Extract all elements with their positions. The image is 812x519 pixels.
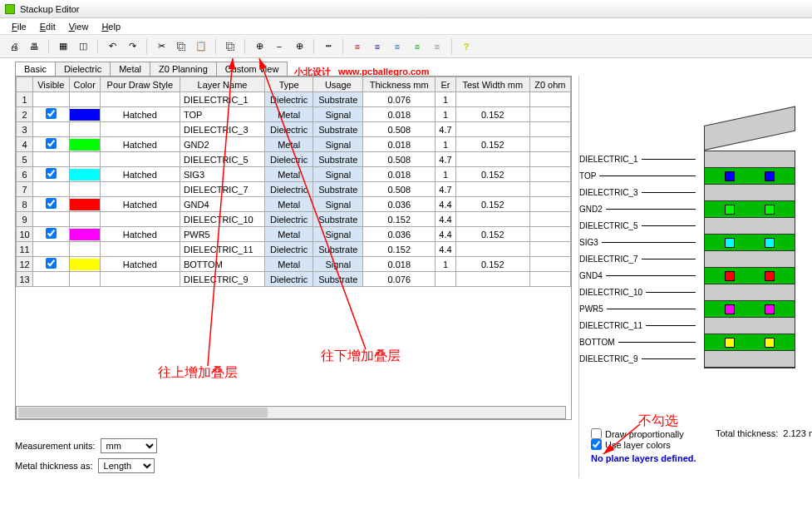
stack-label: TOP xyxy=(579,167,696,184)
visible-check[interactable] xyxy=(46,138,57,149)
grid-icon[interactable]: ▦ xyxy=(54,37,72,56)
draw-prop-check[interactable]: Draw proportionally xyxy=(591,428,696,439)
stack-label: GND4 xyxy=(579,267,696,284)
units-label: Measurement units: xyxy=(15,441,96,451)
tab-basic[interactable]: Basic xyxy=(15,62,56,76)
print2-icon[interactable]: 🖶 xyxy=(25,37,43,56)
paste-icon[interactable]: 📋 xyxy=(192,37,210,56)
stack-label: DIELECTRIC_10 xyxy=(579,284,696,300)
stack-label: SIG3 xyxy=(579,234,696,250)
stack-label: DIELECTRIC_5 xyxy=(579,217,696,234)
table-row[interactable]: 5DIELECTRIC_5DielectricSubstrate0.5084.7 xyxy=(17,152,571,167)
use-colors-check[interactable]: Use layer colors xyxy=(591,439,696,450)
layer-green-icon[interactable]: ≡ xyxy=(408,37,426,56)
col-thk[interactable]: Thickness mm xyxy=(363,77,436,92)
tab-z0[interactable]: Z0 Planning xyxy=(150,62,217,76)
dash-icon[interactable]: ┅ xyxy=(319,37,337,56)
col-er[interactable]: Er xyxy=(436,77,456,92)
col-layer[interactable]: Layer Name xyxy=(180,77,264,92)
visible-check[interactable] xyxy=(46,198,57,209)
col-usage[interactable]: Usage xyxy=(313,77,363,92)
units-select[interactable]: mm xyxy=(101,438,157,453)
layer-blue-icon[interactable]: ≡ xyxy=(368,37,386,56)
table-row[interactable]: 9DIELECTRIC_10DielectricSubstrate0.1524.… xyxy=(17,212,571,227)
thk-select[interactable]: Length xyxy=(98,458,155,473)
thk-label: Metal thickness as: xyxy=(15,461,93,471)
toolbar: 🖨 🖶 ▦ ◫ ↶ ↷ ✂ ⿻ 📋 ⿻ ⊕ − ⊕ ┅ ≡ ≡ ≡ ≡ ≡ ? xyxy=(0,35,812,58)
titlebar: Stackup Editor xyxy=(0,0,812,18)
stack-visual xyxy=(704,126,795,368)
hscrollbar[interactable] xyxy=(16,406,566,419)
stack-label: DIELECTRIC_3 xyxy=(579,184,696,200)
layer-gray-icon[interactable]: ≡ xyxy=(428,37,446,56)
add-below-icon[interactable]: ⊕ xyxy=(290,37,308,56)
col-visible[interactable]: Visible xyxy=(33,77,70,92)
stack-label: PWR5 xyxy=(579,300,696,317)
visible-check[interactable] xyxy=(46,228,57,239)
table-row[interactable]: 2HatchedTOPMetalSignal0.01810.152 xyxy=(17,107,571,122)
col-tw[interactable]: Test Width mm xyxy=(455,77,529,92)
visible-check[interactable] xyxy=(46,258,57,269)
table-row[interactable]: 4HatchedGND2MetalSignal0.01810.152 xyxy=(17,137,571,152)
table-row[interactable]: 12HatchedBOTTOMMetalSignal0.01810.152 xyxy=(17,257,571,272)
menubar: File Edit View Help xyxy=(0,18,812,35)
help-icon[interactable]: ? xyxy=(457,37,475,56)
stack-label: GND2 xyxy=(579,200,696,217)
table-row[interactable]: 6HatchedSIG3MetalSignal0.01810.152 xyxy=(17,167,571,182)
table-row[interactable]: 1DIELECTRIC_1DielectricSubstrate0.0761 xyxy=(17,92,571,107)
menu-help[interactable]: Help xyxy=(96,20,125,33)
stack-label: DIELECTRIC_1 xyxy=(579,151,696,167)
tab-dielectric[interactable]: Dielectric xyxy=(55,62,111,76)
table-row[interactable]: 3DIELECTRIC_3DielectricSubstrate0.5084.7 xyxy=(17,122,571,137)
tab-metal[interactable]: Metal xyxy=(110,62,150,76)
table-row[interactable]: 8HatchedGND4MetalSignal0.0364.40.152 xyxy=(17,197,571,212)
stack-label: DIELECTRIC_7 xyxy=(579,250,696,267)
col-color[interactable]: Color xyxy=(69,77,100,92)
window-title: Stackup Editor xyxy=(20,4,80,14)
col-z0[interactable]: Z0 ohm xyxy=(529,77,570,92)
col-pour[interactable]: Pour Draw Style xyxy=(100,77,180,92)
layer-blue2-icon[interactable]: ≡ xyxy=(388,37,406,56)
table-row[interactable]: 10HatchedPWR5MetalSignal0.0364.40.152 xyxy=(17,227,571,242)
table-row[interactable]: 7DIELECTRIC_7DielectricSubstrate0.5084.7 xyxy=(17,182,571,197)
col-type[interactable]: Type xyxy=(265,77,313,92)
table-row[interactable]: 13DIELECTRIC_9DielectricSubstrate0.076 xyxy=(17,272,571,287)
menu-edit[interactable]: Edit xyxy=(35,20,61,33)
visible-check[interactable] xyxy=(46,168,57,179)
print-icon[interactable]: 🖨 xyxy=(5,37,23,56)
visible-check[interactable] xyxy=(46,108,57,119)
layer-red-icon[interactable]: ≡ xyxy=(348,37,367,56)
undo-icon[interactable]: ↶ xyxy=(103,37,121,56)
app-icon xyxy=(5,4,15,14)
add-above-icon[interactable]: ⊕ xyxy=(250,37,268,56)
stackup-table[interactable]: Visible Color Pour Draw Style Layer Name… xyxy=(16,77,571,287)
no-plane-msg: No plane layers defined. xyxy=(591,453,696,463)
stack-label: BOTTOM xyxy=(579,334,696,350)
table-row[interactable]: 11DIELECTRIC_11DielectricSubstrate0.1524… xyxy=(17,242,571,257)
menu-view[interactable]: View xyxy=(64,20,94,33)
remove-icon[interactable]: − xyxy=(270,37,288,56)
stack-label: DIELECTRIC_11 xyxy=(579,317,696,334)
stack-label: DIELECTRIC_9 xyxy=(579,350,696,367)
menu-file[interactable]: File xyxy=(7,20,32,33)
total-thickness: Total thickness: 2.123 mm xyxy=(716,428,812,438)
split-icon[interactable]: ◫ xyxy=(74,37,92,56)
tab-custom[interactable]: Custom View xyxy=(216,62,288,76)
copy-icon[interactable]: ⿻ xyxy=(172,37,190,56)
stackup-table-wrap: Visible Color Pour Draw Style Layer Name… xyxy=(15,76,572,420)
dup-icon[interactable]: ⿻ xyxy=(221,37,239,56)
cut-icon[interactable]: ✂ xyxy=(152,37,170,56)
stack-preview: DIELECTRIC_1TOPDIELECTRIC_3GND2DIELECTRI… xyxy=(578,76,804,478)
redo-icon[interactable]: ↷ xyxy=(123,37,141,56)
